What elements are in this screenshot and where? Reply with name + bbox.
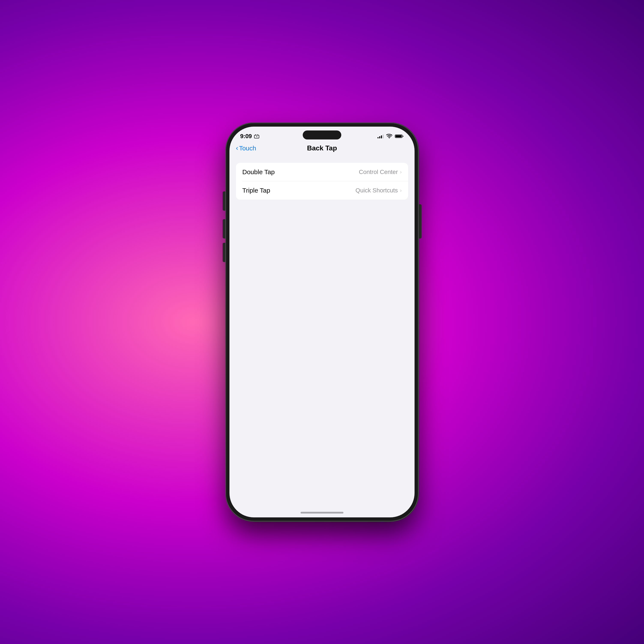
settings-section: Double Tap Control Center › Triple Tap Q…: [236, 163, 408, 200]
battery-icon: [395, 134, 404, 139]
wifi-icon: [386, 134, 392, 139]
home-indicator: [301, 512, 343, 514]
double-tap-value: Control Center ›: [359, 169, 402, 175]
back-label[interactable]: Touch: [239, 145, 256, 152]
back-button[interactable]: ‹ Touch: [236, 144, 256, 152]
double-tap-label: Double Tap: [242, 168, 275, 176]
triple-tap-value: Quick Shortcuts ›: [355, 187, 402, 194]
phone-screen: 9:09: [229, 127, 415, 517]
dynamic-island: [303, 130, 341, 139]
page-title: Back Tap: [307, 144, 337, 152]
phone-device: 9:09: [226, 123, 418, 521]
alarm-icon: [254, 134, 259, 139]
double-tap-chevron-icon: ›: [400, 169, 402, 175]
triple-tap-label: Triple Tap: [242, 187, 270, 194]
signal-bar-3: [381, 135, 382, 138]
triple-tap-value-text: Quick Shortcuts: [355, 187, 398, 194]
status-time: 9:09: [240, 133, 259, 140]
triple-tap-row[interactable]: Triple Tap Quick Shortcuts ›: [236, 181, 408, 200]
svg-rect-6: [395, 135, 402, 137]
double-tap-row[interactable]: Double Tap Control Center ›: [236, 163, 408, 181]
navigation-bar: ‹ Touch Back Tap: [229, 142, 415, 156]
triple-tap-chevron-icon: ›: [400, 187, 402, 193]
signal-bar-1: [377, 137, 379, 138]
status-icons: [377, 134, 404, 139]
back-chevron-icon: ‹: [236, 144, 238, 152]
signal-bars: [377, 134, 384, 138]
signal-bar-2: [379, 136, 380, 138]
signal-bar-4: [383, 135, 384, 138]
double-tap-value-text: Control Center: [359, 169, 398, 175]
clock-time: 9:09: [240, 133, 252, 140]
